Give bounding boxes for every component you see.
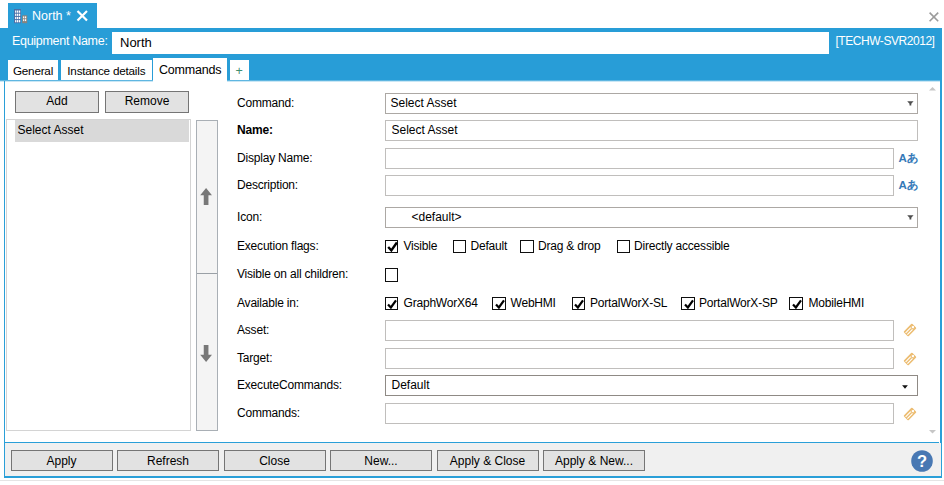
svg-text:?: ? xyxy=(917,451,927,469)
